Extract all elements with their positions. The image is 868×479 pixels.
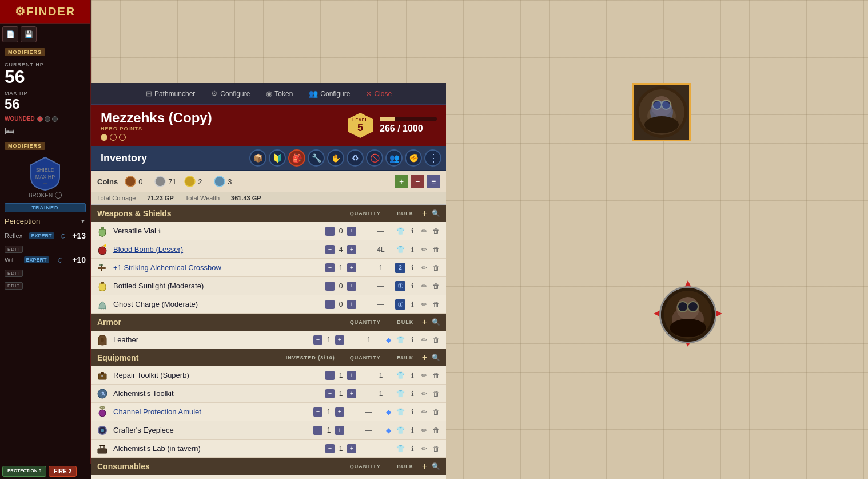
info-btn-alch-toolkit[interactable]: ℹ	[407, 389, 417, 399]
edit-icon-eyepiece[interactable]: ✏	[419, 425, 429, 436]
modifiers-button-2[interactable]: MODIFIERS	[5, 142, 45, 150]
edit-icon-bomb[interactable]: ✏	[419, 244, 429, 255]
equipment-search-button[interactable]: 🔍	[432, 354, 440, 362]
equip-icon-vial[interactable]: 👕	[395, 226, 405, 236]
info-btn-toolkit[interactable]: ℹ	[407, 370, 417, 381]
tab-icon-backpack[interactable]: 🎒	[288, 149, 305, 167]
info-btn-crossbow[interactable]: ℹ	[407, 263, 417, 273]
edit-button-2[interactable]: EDIT	[5, 270, 23, 277]
consumables-search-button[interactable]: 🔍	[432, 462, 440, 470]
info-btn-amulet[interactable]: ℹ	[407, 407, 417, 417]
qty-minus-vial[interactable]: −	[325, 227, 335, 236]
edit-button-1[interactable]: EDIT	[5, 246, 23, 253]
coins-add-button[interactable]: +	[395, 175, 408, 188]
qty-plus-alch-toolkit[interactable]: +	[347, 389, 356, 398]
diamond-icon-eyepiece[interactable]: ◆	[383, 425, 393, 436]
equip-icon-ghost[interactable]: ①	[395, 299, 405, 310]
perception-section[interactable]: Perception ▼	[0, 215, 90, 228]
item-name-amulet[interactable]: Channel Protection Amulet	[113, 407, 303, 416]
delete-icon-vial[interactable]: 🗑	[431, 226, 441, 236]
token-button[interactable]: ◉ Token	[262, 87, 296, 100]
configure-button-2[interactable]: 👥 Configure	[305, 87, 353, 100]
equip-icon-amulet[interactable]: 👕	[395, 407, 405, 417]
qty-minus-toolkit[interactable]: −	[325, 371, 335, 380]
qty-minus-leather[interactable]: −	[313, 335, 322, 345]
edit-icon-vial[interactable]: ✏	[419, 226, 429, 236]
equip-icon-lab[interactable]: 👕	[395, 444, 405, 454]
qty-plus-leather[interactable]: +	[335, 335, 344, 345]
qty-plus-sunlight[interactable]: +	[347, 282, 356, 291]
info-btn-bomb[interactable]: ℹ	[407, 244, 417, 255]
token-1-container[interactable]	[632, 83, 691, 141]
equipment-add-button[interactable]: +	[420, 353, 429, 363]
edit-icon-lab[interactable]: ✏	[419, 444, 429, 454]
delete-icon-crossbow[interactable]: 🗑	[431, 263, 441, 273]
equip-icon-alch-toolkit[interactable]: 👕	[395, 389, 405, 399]
qty-minus-ghost[interactable]: −	[325, 300, 335, 309]
tab-icon-fist[interactable]: ✊	[405, 149, 422, 167]
delete-icon-bomb[interactable]: 🗑	[431, 244, 441, 255]
edit-icon-crossbow[interactable]: ✏	[419, 263, 429, 273]
info-btn-vial[interactable]: ℹ	[407, 226, 417, 236]
equip-icon-bomb[interactable]: 👕	[395, 244, 405, 255]
delete-icon-alch-toolkit[interactable]: 🗑	[431, 389, 441, 399]
info-icon-vial[interactable]: ℹ	[158, 228, 161, 235]
delete-icon-eyepiece[interactable]: 🗑	[431, 425, 441, 436]
armor-search-button[interactable]: 🔍	[432, 318, 440, 326]
delete-icon-leather[interactable]: 🗑	[431, 335, 441, 345]
tab-icon-bag[interactable]: 📦	[249, 149, 266, 167]
sidebar-icon-1[interactable]: 📄	[2, 26, 18, 42]
equip-icon-sunlight[interactable]: ①	[395, 281, 405, 291]
edit-button-3[interactable]: EDIT	[5, 282, 23, 290]
qty-plus-toolkit[interactable]: +	[347, 371, 356, 380]
diamond-icon-leather[interactable]: ◆	[383, 335, 393, 345]
qty-plus-bomb[interactable]: +	[347, 245, 356, 254]
delete-icon-amulet[interactable]: 🗑	[431, 407, 441, 417]
info-btn-leather[interactable]: ℹ	[407, 335, 417, 345]
tab-icon-refresh[interactable]: ♻	[347, 149, 364, 167]
edit-icon-toolkit[interactable]: ✏	[419, 370, 429, 381]
edit-icon-leather[interactable]: ✏	[419, 335, 429, 345]
qty-minus-lab[interactable]: −	[325, 444, 335, 453]
item-name-bomb[interactable]: Blood Bomb (Lesser)	[113, 245, 315, 254]
hero-dot-3[interactable]	[119, 134, 126, 141]
delete-icon-sunlight[interactable]: 🗑	[431, 281, 441, 291]
qty-plus-eyepiece[interactable]: +	[335, 426, 344, 435]
equip-icon-eyepiece[interactable]: 👕	[395, 425, 405, 436]
diamond-icon-amulet[interactable]: ◆	[383, 407, 393, 417]
qty-minus-alch-toolkit[interactable]: −	[325, 389, 335, 398]
equip-num-crossbow[interactable]: 2	[395, 263, 405, 273]
qty-minus-eyepiece[interactable]: −	[313, 426, 322, 435]
equip-icon-leather[interactable]: 👕	[395, 335, 405, 345]
qty-plus-lab[interactable]: +	[347, 444, 356, 453]
qty-minus-amulet[interactable]: −	[313, 407, 322, 417]
tab-icon-no[interactable]: 🚫	[366, 149, 383, 167]
info-btn-ghost[interactable]: ℹ	[407, 299, 417, 310]
info-btn-eyepiece[interactable]: ℹ	[407, 425, 417, 436]
qty-minus-bomb[interactable]: −	[325, 245, 335, 254]
delete-icon-ghost[interactable]: 🗑	[431, 299, 441, 310]
tab-icon-hammer[interactable]: 🔧	[308, 149, 325, 167]
qty-plus-amulet[interactable]: +	[335, 407, 344, 417]
token-2-container[interactable]	[654, 280, 722, 349]
qty-plus-crossbow[interactable]: +	[347, 263, 356, 272]
qty-minus-sunlight[interactable]: −	[325, 282, 335, 291]
edit-icon-ghost[interactable]: ✏	[419, 299, 429, 310]
info-btn-sunlight[interactable]: ℹ	[407, 281, 417, 291]
weapons-search-button[interactable]: 🔍	[432, 209, 440, 217]
consumables-add-button[interactable]: +	[420, 461, 429, 472]
pathmuncher-button[interactable]: ⊞ Pathmuncher	[142, 87, 198, 100]
item-name-crossbow[interactable]: +1 Striking Alchemical Crossbow	[113, 263, 315, 272]
qty-plus-ghost[interactable]: +	[347, 300, 356, 309]
weapons-add-button[interactable]: +	[420, 208, 429, 219]
modifiers-button-top[interactable]: MODIFIERS	[5, 48, 45, 56]
info-btn-lab[interactable]: ℹ	[407, 444, 417, 454]
tab-icon-shield[interactable]: 🔰	[269, 149, 286, 167]
edit-icon-alch-toolkit[interactable]: ✏	[419, 389, 429, 399]
edit-icon-amulet[interactable]: ✏	[419, 407, 429, 417]
trained-button[interactable]: TRAINED	[5, 203, 86, 212]
edit-icon-sunlight[interactable]: ✏	[419, 281, 429, 291]
protection-badge[interactable]: PROTECTION 5	[2, 466, 46, 477]
hero-dot-1[interactable]	[101, 134, 107, 141]
coins-minus-button[interactable]: −	[411, 175, 424, 188]
